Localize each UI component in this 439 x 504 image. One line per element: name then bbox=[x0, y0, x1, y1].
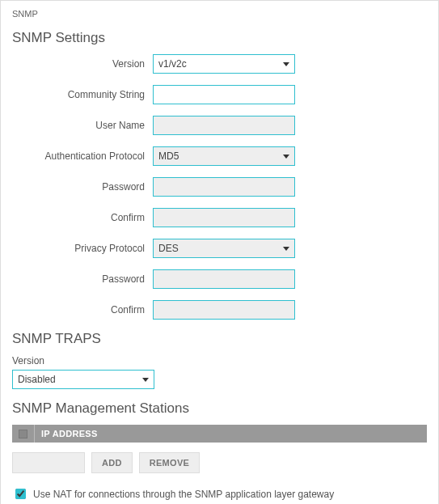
section-title-stations: SNMP Management Stations bbox=[12, 400, 427, 417]
row-auth-proto: Authentication Protocol MD5 bbox=[12, 146, 427, 166]
select-priv-proto-value: DES bbox=[158, 239, 179, 257]
checkbox-nat[interactable] bbox=[15, 489, 26, 499]
input-priv-pass-wrap bbox=[153, 269, 295, 289]
input-priv-pass bbox=[153, 269, 295, 289]
row-auth-confirm: Confirm bbox=[12, 208, 427, 227]
input-auth-pass bbox=[153, 177, 295, 197]
label-community: Community String bbox=[12, 89, 153, 100]
row-priv-proto: Privacy Protocol DES bbox=[12, 239, 427, 258]
nat-row: Use NAT for connections through the SNMP… bbox=[12, 486, 427, 502]
input-auth-confirm bbox=[153, 208, 295, 227]
section-title-settings: SNMP Settings bbox=[12, 30, 427, 46]
input-community-wrap bbox=[153, 85, 295, 104]
stations-header-check[interactable] bbox=[12, 425, 35, 443]
section-title-traps: SNMP TRAPS bbox=[12, 331, 427, 347]
select-traps-version-value: Disabled bbox=[18, 371, 56, 388]
input-auth-pass-wrap bbox=[153, 177, 295, 197]
label-auth-pass: Password bbox=[12, 181, 153, 193]
select-version-value: v1/v2c bbox=[158, 55, 187, 73]
row-version: Version v1/v2c bbox=[12, 54, 427, 74]
label-priv-pass: Password bbox=[12, 273, 153, 285]
stations-header-ip: IP ADDRESS bbox=[35, 429, 98, 438]
remove-button[interactable]: REMOVE bbox=[139, 452, 200, 473]
input-priv-confirm bbox=[153, 300, 295, 320]
row-community: Community String bbox=[12, 85, 427, 104]
breadcrumb: SNMP bbox=[12, 9, 427, 19]
select-priv-proto[interactable]: DES bbox=[153, 239, 295, 258]
label-traps-version: Version bbox=[12, 355, 427, 366]
chevron-down-icon bbox=[283, 155, 289, 159]
chevron-down-icon bbox=[283, 247, 289, 251]
label-auth-confirm: Confirm bbox=[12, 212, 153, 223]
label-username: User Name bbox=[12, 120, 153, 131]
row-priv-confirm: Confirm bbox=[12, 300, 427, 320]
label-version: Version bbox=[12, 58, 153, 70]
input-auth-confirm-wrap bbox=[153, 208, 295, 227]
snmp-panel: SNMP SNMP Settings Version v1/v2c Commun… bbox=[0, 0, 439, 504]
row-priv-pass: Password bbox=[12, 269, 427, 289]
label-priv-proto: Privacy Protocol bbox=[12, 243, 153, 254]
input-username-wrap bbox=[153, 116, 295, 135]
select-auth-proto-value: MD5 bbox=[158, 147, 179, 165]
select-traps-version[interactable]: Disabled bbox=[12, 370, 154, 389]
label-auth-proto: Authentication Protocol bbox=[12, 150, 153, 162]
chevron-down-icon bbox=[142, 378, 149, 382]
input-username bbox=[153, 116, 295, 135]
row-username: User Name bbox=[12, 116, 427, 135]
checkbox-icon bbox=[19, 430, 27, 438]
chevron-down-icon bbox=[283, 62, 289, 66]
add-button[interactable]: ADD bbox=[91, 452, 133, 473]
select-auth-proto[interactable]: MD5 bbox=[153, 146, 295, 166]
input-priv-confirm-wrap bbox=[153, 300, 295, 320]
label-priv-confirm: Confirm bbox=[12, 304, 153, 316]
stations-action-row: ADD REMOVE bbox=[12, 452, 427, 473]
label-nat: Use NAT for connections through the SNMP… bbox=[33, 489, 334, 500]
stations-table-header: IP ADDRESS bbox=[12, 425, 427, 443]
input-community[interactable] bbox=[153, 85, 295, 104]
select-version[interactable]: v1/v2c bbox=[153, 54, 295, 74]
input-station-ip[interactable] bbox=[12, 452, 85, 473]
row-auth-pass: Password bbox=[12, 177, 427, 197]
